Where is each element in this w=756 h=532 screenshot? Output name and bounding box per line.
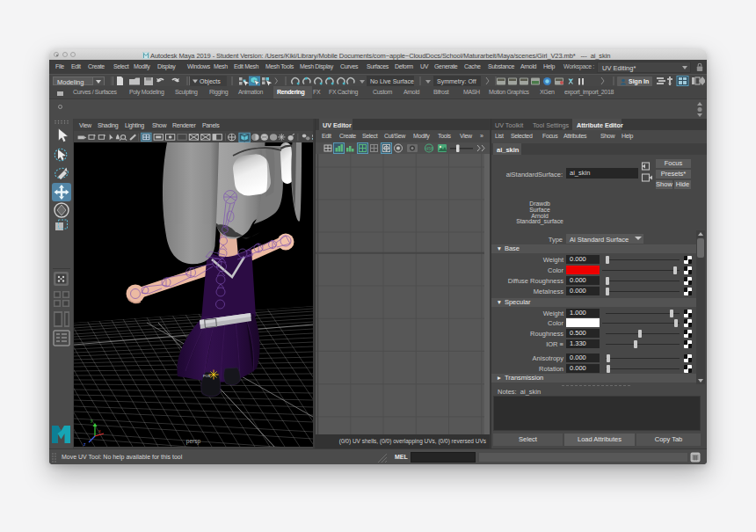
svg-text:POS: POS	[203, 374, 211, 378]
svg-text:Symmetry: Off: Symmetry: Off	[437, 78, 476, 85]
svg-text:456: 456	[426, 146, 434, 151]
svg-text:Objects: Objects	[200, 78, 221, 85]
svg-text:No Live Surface: No Live Surface	[370, 78, 414, 84]
